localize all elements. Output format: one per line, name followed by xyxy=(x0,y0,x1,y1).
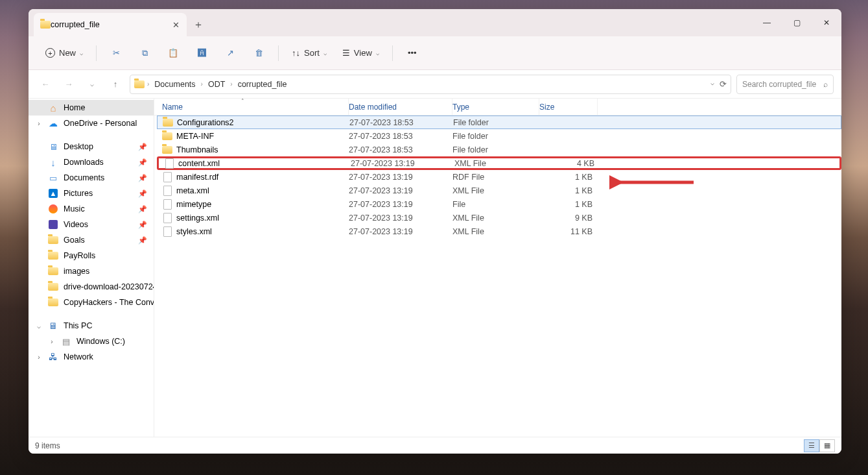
tab-current[interactable]: corrupted_file ✕ xyxy=(34,13,187,36)
more-button[interactable]: ••• xyxy=(399,42,425,65)
sidebar-item-downloads[interactable]: ↓ Downloads 📌 xyxy=(29,154,154,170)
chevron-right-icon: › xyxy=(201,80,203,88)
file-type: File folder xyxy=(453,118,540,127)
folder-icon xyxy=(134,79,145,90)
expand-icon[interactable]: › xyxy=(35,120,43,127)
scissors-icon: ✂ xyxy=(113,48,120,58)
sidebar-item-music[interactable]: Music 📌 xyxy=(29,201,154,217)
maximize-button[interactable]: ▢ xyxy=(782,9,812,36)
folder-icon xyxy=(162,131,172,141)
file-type: File xyxy=(452,200,539,209)
file-row[interactable]: styles.xml27-07-2023 13:19XML File11 KB xyxy=(157,225,841,238)
expand-icon[interactable]: › xyxy=(48,338,56,345)
address-bar[interactable]: › Documents › ODT › corrupted_file ⌵ ⟳ xyxy=(130,75,731,94)
file-icon xyxy=(162,213,172,223)
plus-circle-icon: + xyxy=(45,48,55,58)
toolbar: + New ⌵ ✂ ⧉ 📋 🅰 ↗ 🗑 ↑↓ Sort ⌵ ☰ View ⌵ •… xyxy=(29,36,841,70)
tab-close-button[interactable]: ✕ xyxy=(170,19,182,30)
file-row[interactable]: meta.xml27-07-2023 13:19XML File1 KB xyxy=(157,184,841,197)
file-type: XML File xyxy=(454,159,541,168)
column-header-type[interactable]: Type xyxy=(452,99,539,115)
pc-icon: 🖥 xyxy=(48,321,58,331)
file-name: styles.xml xyxy=(176,227,212,236)
breadcrumb-documents[interactable]: Documents xyxy=(152,80,198,89)
column-headers: Name ˄ Date modified Type Size xyxy=(154,99,841,116)
file-row[interactable]: content.xml27-07-2023 13:19XML File4 KB xyxy=(157,156,841,170)
sidebar-item-this-pc[interactable]: ⌵ 🖥 This PC xyxy=(29,318,154,334)
dropdown-icon[interactable]: ⌵ xyxy=(710,79,714,89)
breadcrumb-odt[interactable]: ODT xyxy=(205,80,228,89)
breadcrumb-corrupted-file[interactable]: corrupted_file xyxy=(235,80,290,89)
sidebar-item-pictures[interactable]: ▲ Pictures 📌 xyxy=(29,186,154,201)
collapse-icon[interactable]: ⌵ xyxy=(35,323,43,330)
file-size: 1 KB xyxy=(539,173,595,182)
sidebar-item-network[interactable]: › 🖧 Network xyxy=(29,349,154,365)
view-label: View xyxy=(354,48,372,58)
new-tab-button[interactable]: ＋ xyxy=(187,13,210,36)
folder-icon xyxy=(40,19,51,30)
cut-button[interactable]: ✂ xyxy=(103,42,129,65)
icons-view-button[interactable]: ▦ xyxy=(819,439,835,452)
file-size: 1 KB xyxy=(539,200,595,209)
chevron-right-icon: › xyxy=(147,80,149,88)
paste-button[interactable]: 📋 xyxy=(160,42,186,65)
file-row[interactable]: Configurations227-07-2023 18:53File fold… xyxy=(157,116,841,129)
chevron-right-icon: › xyxy=(230,80,232,88)
file-name: mimetype xyxy=(176,200,211,209)
sidebar-item-videos[interactable]: Videos 📌 xyxy=(29,217,154,232)
search-input[interactable]: Search corrupted_file ⌕ xyxy=(736,75,834,94)
sidebar-item-goals[interactable]: Goals 📌 xyxy=(29,232,154,248)
pin-icon: 📌 xyxy=(138,205,147,213)
sidebar-item-drive-download[interactable]: drive-download-20230724T xyxy=(29,279,154,295)
file-row[interactable]: mimetype27-07-2023 13:19File1 KB xyxy=(157,197,841,211)
new-button[interactable]: + New ⌵ xyxy=(39,42,89,65)
file-row[interactable]: settings.xml27-07-2023 13:19XML File9 KB xyxy=(157,211,841,225)
folder-icon xyxy=(48,250,58,261)
file-row[interactable]: Thumbnails27-07-2023 18:53File folder xyxy=(157,143,841,156)
details-view-button[interactable]: ☰ xyxy=(804,439,819,452)
sidebar-item-payrolls[interactable]: PayRolls xyxy=(29,248,154,263)
delete-button[interactable]: 🗑 xyxy=(246,42,272,65)
sort-label: Sort xyxy=(304,48,320,58)
forward-button[interactable]: → xyxy=(60,75,78,93)
column-header-name[interactable]: Name ˄ xyxy=(157,99,349,115)
sort-button[interactable]: ↑↓ Sort ⌵ xyxy=(285,42,333,65)
cloud-icon: ☁ xyxy=(48,118,58,128)
pin-icon: 📌 xyxy=(138,221,147,229)
sidebar-item-windows-c[interactable]: › ▤ Windows (C:) xyxy=(29,334,154,349)
pin-icon: 📌 xyxy=(138,189,147,198)
videos-icon xyxy=(48,219,58,230)
file-name: settings.xml xyxy=(176,213,219,223)
minimize-button[interactable]: — xyxy=(752,9,782,36)
sidebar-item-copyhackers[interactable]: CopyHackers - The Convers xyxy=(29,295,154,310)
list-icon: ☰ xyxy=(342,48,350,58)
pictures-icon: ▲ xyxy=(48,188,58,199)
sidebar-item-images[interactable]: images xyxy=(29,263,154,279)
expand-icon[interactable]: › xyxy=(35,354,43,361)
sidebar-item-desktop[interactable]: 🖥 Desktop 📌 xyxy=(29,139,154,154)
copy-button[interactable]: ⧉ xyxy=(132,42,158,65)
recent-dropdown[interactable]: ⌵ xyxy=(83,75,101,93)
item-count: 9 items xyxy=(35,441,60,450)
file-icon xyxy=(162,226,172,237)
file-row[interactable]: manifest.rdf27-07-2023 13:19RDF File1 KB xyxy=(157,170,841,184)
refresh-button[interactable]: ⟳ xyxy=(720,79,727,89)
file-row[interactable]: META-INF27-07-2023 18:53File folder xyxy=(157,129,841,143)
file-name: meta.xml xyxy=(176,186,209,195)
sidebar-item-onedrive[interactable]: › ☁ OneDrive - Personal xyxy=(29,116,154,131)
view-button[interactable]: ☰ View ⌵ xyxy=(336,42,386,65)
column-header-date[interactable]: Date modified xyxy=(349,99,452,115)
divider xyxy=(278,45,279,61)
downloads-icon: ↓ xyxy=(48,157,58,167)
file-type: XML File xyxy=(452,186,539,195)
ellipsis-icon: ••• xyxy=(408,48,417,58)
sidebar-item-home[interactable]: ⌂ Home xyxy=(29,100,154,116)
close-button[interactable]: ✕ xyxy=(812,9,841,36)
column-header-size[interactable]: Size xyxy=(539,99,598,115)
up-button[interactable]: ↑ xyxy=(106,75,124,93)
rename-button[interactable]: 🅰 xyxy=(189,42,215,65)
file-list: Configurations227-07-2023 18:53File fold… xyxy=(154,116,841,437)
sidebar-item-documents[interactable]: ▭ Documents 📌 xyxy=(29,170,154,186)
share-button[interactable]: ↗ xyxy=(217,42,243,65)
back-button[interactable]: ← xyxy=(36,75,54,93)
